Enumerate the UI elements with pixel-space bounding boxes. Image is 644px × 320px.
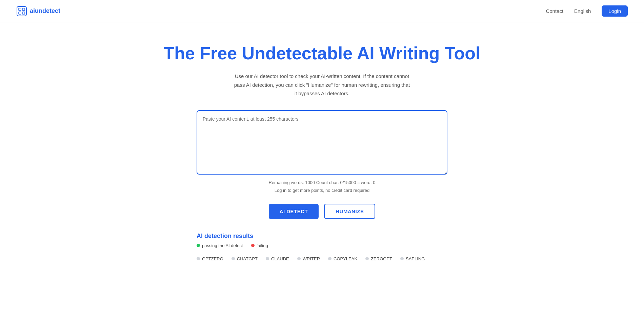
failing-label: failing (257, 243, 268, 248)
detector-name: ZEROGPT (371, 256, 392, 261)
detectors-row: GPTZEROCHATGPTCLAUDEWRITERCOPYLEAKZEROGP… (197, 256, 447, 261)
results-section: AI detection results passing the AI dete… (197, 233, 447, 261)
svg-rect-0 (17, 6, 26, 16)
detector-chip: GPTZERO (197, 256, 223, 261)
legend-passing: passing the AI detect (197, 243, 243, 248)
detector-status-dot (297, 257, 301, 260)
legend-row: passing the AI detect failing (197, 243, 447, 248)
svg-rect-3 (19, 12, 21, 14)
detector-chip: ZEROGPT (365, 256, 392, 261)
stats-row: Remaining words: 1000 Count char: 0/1500… (269, 180, 376, 185)
detector-chip: CHATGPT (232, 256, 258, 261)
action-buttons: AI DETECT HUMANIZE (269, 204, 376, 219)
content-input[interactable] (197, 110, 447, 175)
svg-rect-2 (22, 8, 25, 11)
page-subtitle: Use our AI detector tool to check your A… (234, 72, 410, 98)
detector-status-dot (232, 257, 235, 260)
detector-name: SAPLING (406, 256, 425, 261)
detector-name: COPYLEAK (334, 256, 357, 261)
main-content: The Free Undetectable AI Writing Tool Us… (0, 22, 644, 275)
contact-link[interactable]: Contact (546, 8, 563, 14)
logo-icon (16, 6, 27, 17)
detector-chip: WRITER (297, 256, 320, 261)
detector-name: WRITER (303, 256, 320, 261)
detector-name: GPTZERO (202, 256, 223, 261)
detector-chip: CLAUDE (266, 256, 289, 261)
detector-status-dot (365, 257, 369, 260)
failing-dot (251, 244, 255, 247)
detector-status-dot (328, 257, 331, 260)
header-nav: Contact English Login (546, 5, 628, 17)
detector-chip: SAPLING (400, 256, 425, 261)
logo[interactable]: aiundetect (16, 6, 60, 17)
header: aiundetect Contact English Login (0, 0, 644, 22)
language-selector[interactable]: English (574, 8, 591, 14)
logo-text: aiundetect (30, 7, 60, 15)
detector-status-dot (197, 257, 200, 260)
login-button[interactable]: Login (602, 5, 628, 17)
textarea-wrapper (197, 110, 447, 176)
detector-name: CLAUDE (271, 256, 289, 261)
svg-rect-1 (19, 8, 21, 11)
detector-chip: COPYLEAK (328, 256, 357, 261)
results-title: AI detection results (197, 233, 447, 240)
detector-name: CHATGPT (237, 256, 258, 261)
detector-status-dot (266, 257, 269, 260)
svg-rect-4 (22, 12, 25, 14)
passing-label: passing the AI detect (202, 243, 243, 248)
detector-status-dot (400, 257, 404, 260)
humanize-button[interactable]: HUMANIZE (324, 204, 375, 219)
page-title: The Free Undetectable AI Writing Tool (163, 43, 480, 64)
passing-dot (197, 244, 200, 247)
legend-failing: failing (251, 243, 268, 248)
ai-detect-button[interactable]: AI DETECT (269, 204, 319, 219)
login-hint: Log in to get more points, no credit car… (275, 188, 369, 193)
